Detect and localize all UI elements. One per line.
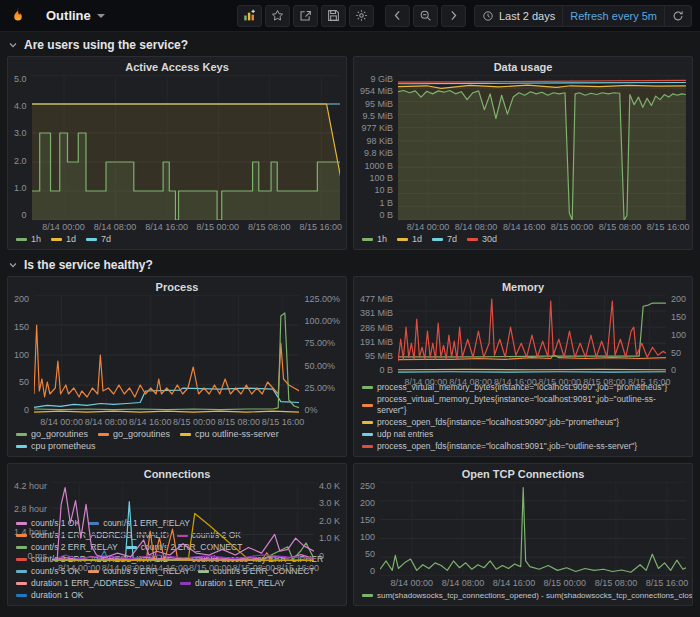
legend-item[interactable]: go_goroutines [16, 429, 88, 440]
plot-area[interactable] [32, 75, 340, 220]
axis-tick: 50 [365, 550, 375, 559]
axis-tick: 4.2 hour [14, 482, 47, 491]
star-button[interactable] [265, 5, 290, 27]
x-axis-tick: 8/15 00:00 [189, 563, 232, 573]
grafana-logo-icon[interactable] [8, 6, 28, 26]
save-icon [327, 9, 340, 22]
x-axis-tick: 8/15 00:00 [544, 578, 587, 588]
legend-label: 1d [412, 234, 422, 245]
legend-item[interactable]: sum(shadowsocks_tcp_connections_opened) … [362, 590, 692, 601]
legend-swatch [362, 421, 373, 424]
panel-body: 477 MiB381 MiB286 MiB191 MiB95 MiB0 B 20… [354, 295, 692, 381]
x-axis-tick: 8/14 16:00 [503, 222, 546, 232]
legend-item[interactable]: udp nat entries [362, 429, 433, 440]
plot-area[interactable] [52, 482, 314, 561]
legend-item[interactable]: go_goroutines [98, 429, 170, 440]
legend-swatch [362, 445, 373, 448]
legend-item[interactable]: cpu outline-ss-server [180, 429, 279, 440]
section-header-health[interactable]: Is the service healthy? [8, 256, 692, 273]
panel-title[interactable]: Active Access Keys [8, 57, 346, 75]
time-back-button[interactable] [385, 5, 410, 27]
axis-tick: 4.0 [14, 102, 27, 111]
axis-tick: 0 [671, 366, 676, 375]
legend-label: duration 1 ERR_RELAY [195, 578, 285, 589]
plot-area[interactable] [398, 75, 686, 220]
dashboard-title-dropdown[interactable]: Outline [46, 8, 105, 23]
axis-tick: 5.0 [14, 75, 27, 84]
legend-item[interactable]: 1h [362, 234, 387, 245]
panel-title[interactable]: Data usage [354, 57, 692, 75]
axis-tick: 0% [304, 406, 317, 415]
axis-tick: 95 MiB [365, 352, 393, 361]
legend-swatch [16, 570, 27, 573]
panel-body: 200150100500 125.00%100.00%75.00%50.00%2… [8, 295, 346, 428]
x-axis-tick: 8/14 08:00 [442, 578, 485, 588]
y-axis-left: 477 MiB381 MiB286 MiB191 MiB95 MiB0 B [360, 295, 398, 375]
x-axis-tick: 8/14 00:00 [407, 222, 450, 232]
axis-tick: 125.00% [304, 295, 340, 304]
legend-item[interactable]: 1d [51, 234, 76, 245]
add-panel-icon [243, 9, 256, 22]
plot-area[interactable] [398, 295, 666, 375]
save-button[interactable] [321, 5, 346, 27]
x-axis: 8/14 00:008/14 08:008/14 16:008/15 00:00… [398, 220, 686, 233]
axis-tick: 9.8 KiB [364, 149, 393, 158]
legend-swatch [362, 433, 373, 436]
star-icon [271, 9, 284, 22]
x-axis: 8/14 00:008/14 08:008/14 16:008/15 00:00… [34, 415, 299, 428]
legend-swatch [86, 238, 97, 241]
zoom-out-button[interactable] [413, 5, 438, 27]
add-panel-button[interactable] [237, 5, 262, 27]
time-controls: Last 2 days Refresh every 5m [474, 5, 692, 27]
axis-tick: 1 B [380, 199, 394, 208]
share-icon [299, 9, 312, 22]
legend-item[interactable]: 7d [432, 234, 457, 245]
x-axis-tick: 8/15 16:00 [646, 578, 689, 588]
legend-item[interactable]: 7d [86, 234, 111, 245]
panel-body: 9 GiB954 MiB95 MiB9.5 MiB977 KiB98 KiB9.… [354, 75, 692, 233]
section-header-users[interactable]: Are users using the service? [8, 36, 692, 53]
legend-item[interactable]: 30d [467, 234, 497, 245]
legend-label: go_goroutines [31, 429, 88, 440]
plot-area[interactable] [34, 295, 299, 415]
legend-item[interactable]: 1h [16, 234, 41, 245]
chevron-right-icon [447, 9, 460, 22]
legend-item[interactable]: duration 1 OK [16, 590, 83, 601]
legend-item[interactable]: duration 1 ERR_ADDRESS_INVALID [16, 578, 172, 589]
refresh-button[interactable] [664, 6, 691, 26]
legend-item[interactable]: process_virtual_memory_bytes{instance="l… [362, 394, 684, 416]
panel-title[interactable]: Open TCP Connections [354, 464, 692, 482]
legend-swatch [16, 558, 27, 561]
panel-title[interactable]: Memory [354, 277, 692, 295]
legend-item[interactable]: cpu prometheus [16, 441, 96, 452]
axis-tick: 191 MiB [360, 338, 393, 347]
axis-tick: 977 KiB [362, 124, 394, 133]
legend: sum(shadowsocks_tcp_connections_opened) … [354, 589, 692, 605]
axis-tick: 3.0 K [319, 499, 340, 508]
legend-label: cpu outline-ss-server [195, 429, 279, 440]
legend-item[interactable]: process_open_fds{instance="localhost:909… [362, 417, 619, 428]
legend-item[interactable]: process_open_fds{instance="localhost:909… [362, 441, 637, 452]
refresh-interval-label: Refresh every 5m [570, 10, 657, 22]
share-button[interactable] [293, 5, 318, 27]
axis-tick: 2.0 [14, 157, 27, 166]
axis-tick: 10 B [375, 186, 394, 195]
legend-item[interactable]: duration 1 ERR_RELAY [180, 578, 285, 589]
panel-title[interactable]: Process [8, 277, 346, 295]
plot-area[interactable] [380, 482, 686, 576]
panel-memory: Memory 477 MiB381 MiB286 MiB191 MiB95 Mi… [353, 276, 693, 457]
time-forward-button[interactable] [441, 5, 466, 27]
axis-tick: 2.8 hour [14, 505, 47, 514]
axis-tick: 150 [14, 323, 29, 332]
time-range-button[interactable]: Last 2 days [475, 6, 562, 26]
legend-item[interactable]: 1d [397, 234, 422, 245]
y-axis-left: 9 GiB954 MiB95 MiB9.5 MiB977 KiB98 KiB9.… [360, 75, 398, 220]
settings-button[interactable] [349, 5, 374, 27]
axis-tick: 381 MiB [360, 309, 393, 318]
legend-label: 7d [447, 234, 457, 245]
refresh-interval-button[interactable]: Refresh every 5m [562, 6, 664, 26]
legend-label: 7d [101, 234, 111, 245]
panel-title[interactable]: Connections [8, 464, 346, 482]
axis-tick: 100 [360, 533, 375, 542]
axis-tick: 25.00% [304, 384, 335, 393]
